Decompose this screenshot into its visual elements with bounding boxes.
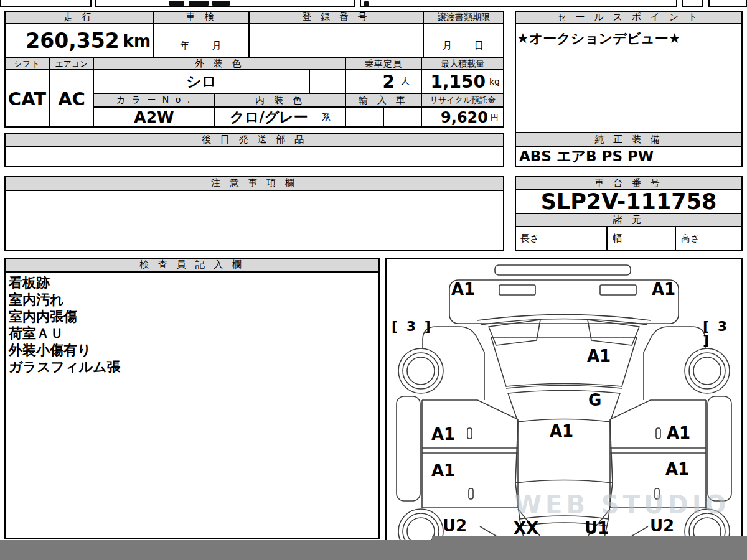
import-header: 輸 入 車 bbox=[345, 93, 421, 107]
inspector-note: 室内内張傷 bbox=[9, 308, 375, 325]
empty-cell bbox=[309, 70, 345, 93]
mark-rear-gate: XX bbox=[514, 520, 538, 536]
shift-value: CAT bbox=[4, 70, 50, 128]
shift-header: シフト bbox=[4, 58, 50, 70]
inspector-note: 外装小傷有り bbox=[9, 342, 375, 358]
equipment-header: 純 正 装 備 bbox=[515, 133, 743, 146]
cutoff-cell bbox=[360, 0, 677, 7]
exterior-color-value: シロ bbox=[93, 70, 309, 93]
chassis-value: SLP2V-111758 bbox=[515, 190, 743, 213]
chassis-header: 車 台 番 号 bbox=[515, 176, 743, 190]
cutoff-cell bbox=[708, 0, 747, 7]
aircon-value: AC bbox=[50, 70, 93, 128]
later-parts-header: 後 日 発 送 部 品 bbox=[4, 133, 504, 146]
exterior-color-header: 外 装 色 bbox=[93, 58, 345, 70]
inspector-note: 室内汚れ bbox=[9, 291, 375, 308]
mileage-value: 260,352 bbox=[26, 29, 119, 53]
damage-diagram: WEB STUDIO PRO [ 3 ] [ 3 ] A1 A1 A1 G A1… bbox=[385, 258, 743, 544]
max-load-header: 最大積載量 bbox=[421, 58, 504, 70]
sales-point-body: ★オークションデビュー★ bbox=[515, 24, 743, 133]
tire-grade-left: [ 3 ] bbox=[392, 320, 433, 334]
recycle-cell: 9,620 円 bbox=[421, 107, 504, 128]
mark-roof: A1 bbox=[550, 423, 573, 439]
mark-door-left-top: A1 bbox=[431, 426, 455, 442]
caution-body bbox=[4, 190, 504, 251]
length-cell: 長さ bbox=[515, 226, 607, 251]
cutoff-glyph bbox=[169, 1, 184, 6]
recycle-header: リサイクル預託金 bbox=[421, 93, 504, 107]
specs-header: 諸 元 bbox=[515, 213, 743, 226]
inspector-note: 荷室ＡＵ bbox=[9, 325, 375, 342]
capacity-unit: 人 bbox=[401, 76, 410, 87]
inspector-note: 看板跡 bbox=[9, 274, 375, 291]
tire-grade-right: [ 3 ] bbox=[703, 320, 741, 347]
interior-color-header: 内 装 色 bbox=[215, 93, 345, 107]
mark-rear-bumper: U1 bbox=[585, 520, 609, 536]
height-cell: 高さ bbox=[675, 226, 743, 251]
capacity-value: 2 bbox=[383, 72, 395, 92]
mark-door-left-bottom: A1 bbox=[431, 462, 455, 478]
recycle-unit: 円 bbox=[491, 112, 499, 123]
watermark: WEB STUDIO PRO bbox=[514, 490, 743, 519]
mark-door-right-bottom: A1 bbox=[665, 461, 689, 477]
capacity-cell: 2 人 bbox=[345, 70, 421, 93]
import-cell-2 bbox=[383, 107, 421, 128]
import-cell-1 bbox=[345, 107, 383, 128]
mark-hood: G bbox=[588, 392, 601, 408]
color-no-header: カ ラ ー N o . bbox=[93, 93, 215, 107]
interior-color-cell: クロ/グレー 系 bbox=[215, 107, 345, 128]
sales-point-text: ★オークションデビュー★ bbox=[515, 24, 742, 53]
color-no-value: A2W bbox=[93, 107, 215, 128]
equipment-value: ABS エアB PS PW bbox=[515, 146, 743, 167]
sales-point-header: セ ー ル ス ポ イ ン ト bbox=[515, 11, 743, 24]
mileage-header: 走 行 bbox=[4, 11, 154, 24]
mark-bumper-left: A1 bbox=[451, 281, 475, 297]
transfer-date-cell: 月 日 bbox=[423, 24, 504, 58]
registration-cell bbox=[249, 24, 423, 58]
auction-sheet: 走 行 車 検 登 録 番 号 譲渡書類期限 260,352 km 年 月 月 … bbox=[0, 0, 747, 560]
mileage-unit: km bbox=[123, 32, 151, 50]
cutoff-glyph bbox=[364, 1, 369, 6]
cutoff-glyph bbox=[189, 1, 209, 6]
inspector-note: ガラスフィルム張 bbox=[9, 358, 375, 375]
inspector-body: 看板跡 室内汚れ 室内内張傷 荷室ＡＵ 外装小傷有り ガラスフィルム張 bbox=[4, 272, 380, 539]
max-load-unit: kg bbox=[489, 77, 500, 86]
bottom-bar bbox=[0, 540, 747, 560]
cutoff-glyph bbox=[212, 1, 230, 6]
mileage-cell: 260,352 km bbox=[4, 24, 154, 58]
max-load-value: 1,150 bbox=[430, 72, 486, 92]
later-parts-body bbox=[4, 146, 504, 167]
mark-rear-left: U2 bbox=[443, 518, 467, 534]
inspector-header: 検 査 員 記 入 欄 bbox=[4, 258, 380, 272]
caution-header: 注 意 事 項 欄 bbox=[4, 176, 504, 190]
inspection-date-cell: 年 月 bbox=[154, 24, 249, 58]
cutoff-cell bbox=[0, 0, 92, 7]
interior-color-value: クロ/グレー bbox=[230, 108, 308, 127]
aircon-header: エアコン bbox=[50, 58, 93, 70]
transfer-deadline-header: 譲渡書類期限 bbox=[423, 11, 504, 24]
registration-header: 登 録 番 号 bbox=[249, 11, 423, 24]
mark-windshield: A1 bbox=[587, 348, 611, 364]
mark-door-right-top: A1 bbox=[667, 425, 690, 441]
cutoff-cell bbox=[682, 0, 703, 7]
mark-bumper-right: A1 bbox=[652, 281, 675, 297]
max-load-cell: 1,150 kg bbox=[421, 70, 504, 93]
width-cell: 幅 bbox=[607, 226, 675, 251]
inspection-header: 車 検 bbox=[154, 11, 249, 24]
capacity-header: 乗車定員 bbox=[345, 58, 421, 70]
recycle-value: 9,620 bbox=[441, 109, 488, 126]
mark-rear-right: U2 bbox=[650, 518, 674, 534]
interior-color-suffix: 系 bbox=[322, 112, 331, 123]
